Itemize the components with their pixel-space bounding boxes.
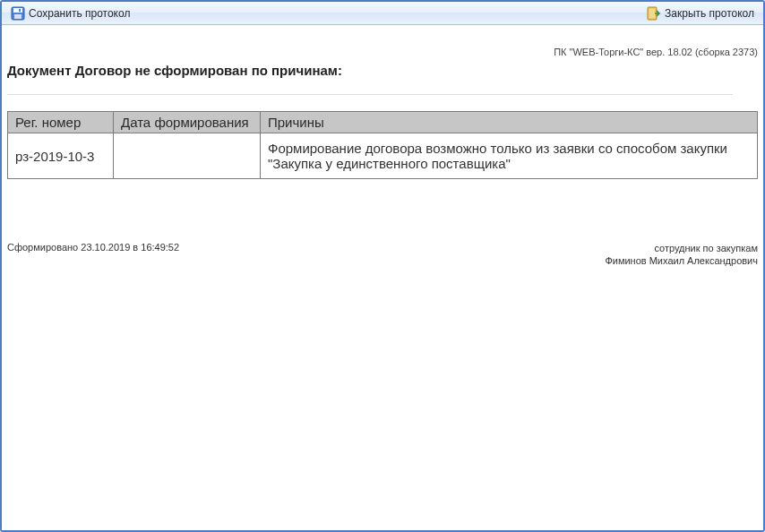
document-footer: Сформировано 23.10.2019 в 16:49:52 сотру… [7,242,758,268]
protocol-window: Сохранить протокол Закрыть протокол ПК "… [0,0,765,532]
user-name: Фиминов Михаил Александрович [605,254,758,267]
close-button[interactable]: Закрыть протокол [643,4,758,22]
save-label: Сохранить протокол [29,7,130,20]
cell-date [114,133,261,179]
save-icon [11,6,25,21]
divider [7,94,733,95]
app-version-info: ПК "WEB-Торги-КС" вер. 18.02 (сборка 237… [7,29,758,63]
svg-rect-2 [14,14,21,19]
content-scroll-area[interactable]: ПК "WEB-Торги-КС" вер. 18.02 (сборка 237… [2,25,763,530]
svg-rect-1 [13,8,22,13]
cell-reg: рз-2019-10-3 [8,133,114,179]
col-header-reg: Рег. номер [8,112,114,133]
cell-reason: Формирование договора возможно только из… [261,133,758,179]
document-title: Документ Договор не сформирован по причи… [7,63,758,94]
reasons-table: Рег. номер Дата формирования Причины рз-… [7,111,758,179]
toolbar: Сохранить протокол Закрыть протокол [2,2,763,25]
generated-at: Сформировано 23.10.2019 в 16:49:52 [7,242,179,253]
exit-icon [647,6,661,21]
user-role: сотрудник по закупкам [605,242,758,254]
col-header-reason: Причины [261,112,758,133]
col-header-date: Дата формирования [114,112,261,133]
table-row: рз-2019-10-3 Формирование договора возмо… [8,133,758,179]
svg-rect-3 [19,9,21,12]
document-paper: ПК "WEB-Торги-КС" вер. 18.02 (сборка 237… [7,29,758,268]
save-button[interactable]: Сохранить протокол [7,4,133,22]
svg-rect-5 [649,8,656,18]
close-label: Закрыть протокол [665,7,754,20]
